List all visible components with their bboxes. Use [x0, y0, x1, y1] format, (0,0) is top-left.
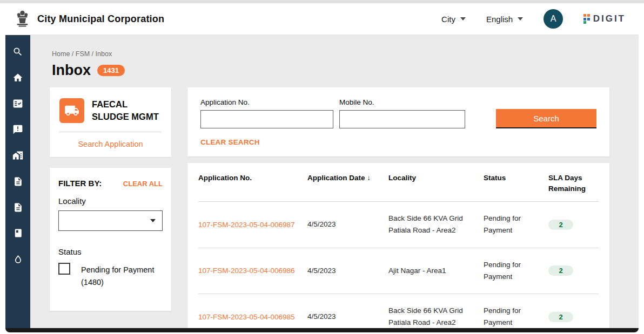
- breadcrumb[interactable]: Home / FSM / Inbox: [52, 50, 604, 58]
- app-window: City Municipal Corporation City English …: [5, 3, 639, 332]
- application-no-field-group: Application No.: [200, 98, 333, 128]
- sort-descending-icon: ↓: [367, 174, 371, 182]
- status-filter-row: Pending for Payment (1480): [58, 263, 163, 289]
- window-bottom-edge: [5, 328, 639, 332]
- page-title-row: Inbox 1431: [52, 62, 604, 79]
- module-card: FAECAL SLUDGE MGMT Search Application: [50, 87, 171, 157]
- status-checkbox-label[interactable]: Pending for Payment (1480): [81, 263, 162, 289]
- city-dropdown-label: City: [441, 15, 455, 24]
- fact-check-icon[interactable]: [12, 98, 24, 110]
- application-date-cell: 4/5/2023: [307, 219, 388, 230]
- sla-days-badge: 2: [548, 312, 573, 322]
- layout: FAECAL SLUDGE MGMT Search Application FI…: [50, 87, 604, 328]
- truck-icon: [59, 98, 84, 123]
- sla-cell: 2: [548, 220, 599, 230]
- mobile-no-label: Mobile No.: [339, 98, 465, 106]
- right-column: Application No. Mobile No. Search CLEAR …: [187, 87, 609, 328]
- filter-head: FILTER BY: CLEAR ALL: [58, 179, 163, 188]
- page-title: Inbox: [52, 62, 91, 79]
- body: Home / FSM / Inbox Inbox 1431 F: [5, 35, 639, 328]
- status-cell: Pending for Payment: [484, 213, 548, 237]
- application-no-link[interactable]: 107-FSM-2023-05-04-006987: [198, 221, 307, 229]
- status-cell: Pending for Payment: [484, 305, 548, 328]
- sidebar: [5, 35, 30, 328]
- inbox-count-badge: 1431: [97, 65, 125, 76]
- app-title: City Municipal Corporation: [37, 13, 164, 25]
- search-application-link[interactable]: Search Application: [58, 140, 163, 148]
- sla-cell: 2: [548, 265, 599, 276]
- locality-cell: Back Side 66 KVA Grid Patiala Road - Are…: [388, 213, 484, 237]
- chevron-down-icon: [460, 17, 466, 21]
- table-row: 107-FSM-2023-05-04-006987 4/5/2023 Back …: [198, 201, 599, 248]
- filter-by-label: FILTER BY:: [58, 179, 102, 188]
- locality-cell: Ajit Nagar - Area1: [388, 265, 484, 277]
- search-button[interactable]: Search: [496, 109, 596, 128]
- city-dropdown[interactable]: City: [441, 15, 466, 24]
- search-row: Application No. Mobile No. Search: [200, 98, 596, 128]
- document-icon[interactable]: [12, 175, 24, 187]
- col-status: Status: [484, 173, 548, 183]
- main-content: Home / FSM / Inbox Inbox 1431 F: [30, 35, 639, 328]
- divider: [59, 132, 162, 132]
- sla-days-badge: 2: [548, 220, 573, 230]
- col-sla-days: SLA Days Remaining: [548, 173, 599, 194]
- national-emblem-icon: [15, 10, 30, 28]
- table-header-row: Application No. Application Date ↓ Local…: [198, 163, 599, 201]
- status-cell: Pending for Payment: [484, 259, 548, 283]
- user-avatar[interactable]: A: [544, 9, 563, 29]
- digit-logo: DIGIT: [583, 13, 626, 24]
- mobile-no-input[interactable]: [339, 110, 465, 128]
- mobile-no-field-group: Mobile No.: [339, 98, 465, 128]
- locality-select[interactable]: [58, 210, 163, 231]
- chevron-down-icon: [518, 17, 523, 21]
- module-head: FAECAL SLUDGE MGMT: [58, 98, 163, 123]
- application-date-cell: 4/5/2023: [307, 311, 388, 323]
- screen: City Municipal Corporation City English …: [0, 0, 644, 334]
- home-icon[interactable]: [12, 72, 24, 84]
- locality-label: Locality: [58, 196, 163, 206]
- col-application-no: Application No.: [198, 173, 307, 183]
- left-column: FAECAL SLUDGE MGMT Search Application FI…: [50, 87, 171, 311]
- language-dropdown[interactable]: English: [486, 15, 523, 24]
- col-locality: Locality: [388, 173, 484, 183]
- application-no-link[interactable]: 107-FSM-2023-05-04-006986: [198, 267, 307, 275]
- module-title: FAECAL SLUDGE MGMT: [92, 98, 162, 123]
- status-label: Status: [58, 247, 163, 256]
- search-icon[interactable]: [12, 46, 24, 58]
- home-work-icon[interactable]: [12, 149, 24, 161]
- locality-cell: Back Side 66 KVA Grid Patiala Road - Are…: [388, 305, 484, 328]
- clear-search-link[interactable]: CLEAR SEARCH: [200, 138, 260, 146]
- announcement-icon[interactable]: [12, 124, 24, 135]
- application-no-label: Application No.: [200, 98, 333, 106]
- book-icon[interactable]: [12, 227, 24, 239]
- droplet-icon[interactable]: [12, 253, 24, 265]
- application-no-link[interactable]: 107-FSM-2023-05-04-006985: [198, 313, 307, 321]
- chevron-down-icon: [150, 219, 156, 222]
- language-dropdown-label: English: [486, 15, 513, 24]
- document-icon[interactable]: [12, 201, 24, 213]
- col-application-date[interactable]: Application Date ↓: [307, 173, 388, 183]
- col-application-date-label: Application Date: [307, 174, 365, 182]
- application-date-cell: 4/5/2023: [307, 265, 388, 277]
- header-right: City English A DIGIT: [441, 9, 626, 29]
- digit-logo-text: DIGIT: [593, 13, 626, 24]
- app-header: City Municipal Corporation City English …: [5, 3, 639, 35]
- digit-logo-dots-icon: [583, 14, 590, 24]
- clear-all-link[interactable]: CLEAR ALL: [123, 180, 163, 188]
- applications-table: Application No. Application Date ↓ Local…: [187, 163, 609, 328]
- sla-days-badge: 2: [548, 265, 573, 276]
- status-checkbox[interactable]: [58, 263, 70, 275]
- table-row: 107-FSM-2023-05-04-006985 4/5/2023 Back …: [198, 294, 599, 328]
- table-row: 107-FSM-2023-05-04-006986 4/5/2023 Ajit …: [198, 248, 599, 294]
- search-card: Application No. Mobile No. Search CLEAR …: [187, 87, 609, 156]
- application-no-input[interactable]: [200, 110, 333, 128]
- sla-cell: 2: [548, 312, 599, 322]
- filter-card: FILTER BY: CLEAR ALL Locality Status: [50, 168, 171, 310]
